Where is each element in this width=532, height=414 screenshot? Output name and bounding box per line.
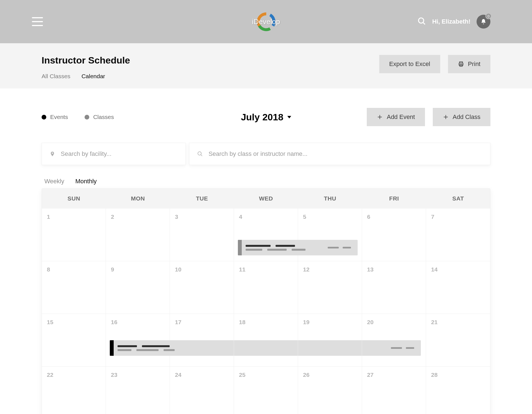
calendar-cell[interactable]: 11 <box>234 261 298 314</box>
legend-events: Events <box>42 114 68 120</box>
chevron-down-icon <box>287 116 291 118</box>
add-class-button[interactable]: Add Class <box>433 108 490 126</box>
calendar-cell[interactable]: 4 <box>234 209 298 261</box>
calendar-cell[interactable]: 17 <box>170 314 234 367</box>
calendar-cell[interactable]: 24 <box>170 367 234 414</box>
calendar-cell[interactable]: 9 <box>106 261 170 314</box>
calendar-cell[interactable]: 25 <box>234 367 298 414</box>
calendar-cell[interactable]: 6 <box>362 209 426 261</box>
weekday-label: SAT <box>426 189 490 209</box>
brand-logo[interactable]: iDevelop <box>256 11 276 32</box>
calendar-cell[interactable]: 28 <box>426 367 490 414</box>
weekday-label: MON <box>106 189 170 209</box>
dot-icon <box>42 115 46 120</box>
notification-badge: 0 <box>485 13 492 19</box>
weekday-label: THU <box>298 189 362 209</box>
dot-icon <box>85 115 89 120</box>
month-selector[interactable]: July 2018 <box>241 112 291 123</box>
name-search-input[interactable] <box>208 150 482 158</box>
calendar-cell[interactable]: 12 <box>298 261 362 314</box>
view-tab-weekly[interactable]: Weekly <box>44 178 64 185</box>
svg-line-4 <box>423 22 425 24</box>
search-icon <box>197 151 203 157</box>
notification-bell[interactable]: 0 <box>477 15 490 29</box>
calendar-cell[interactable]: 22 <box>42 367 106 414</box>
weekday-label: SUN <box>42 189 106 209</box>
calendar-cell[interactable]: 5 <box>298 209 362 261</box>
calendar-cell[interactable]: 14 <box>426 261 490 314</box>
view-tab-monthly[interactable]: Monthly <box>75 178 97 185</box>
legend: Events Classes <box>42 114 114 120</box>
calendar-cell[interactable]: 26 <box>298 367 362 414</box>
calendar-cell[interactable]: 7 <box>426 209 490 261</box>
calendar-header-row: SUN MON TUE WED THU FRI SAT <box>42 189 490 209</box>
greeting-text: Hi, Elizabeth! <box>432 18 470 25</box>
facility-search-input[interactable] <box>61 150 178 158</box>
location-pin-icon <box>50 151 55 157</box>
weekday-label: TUE <box>170 189 234 209</box>
calendar-cell[interactable]: 10 <box>170 261 234 314</box>
app-header: iDevelop Hi, Elizabeth! 0 <box>0 0 532 43</box>
calendar-cell[interactable]: 23 <box>106 367 170 414</box>
page-subheader: Instructor Schedule All Classes Calendar… <box>0 43 532 88</box>
subtab-calendar[interactable]: Calendar <box>82 73 105 80</box>
print-button[interactable]: Print <box>448 55 490 73</box>
main-content: Events Classes July 2018 Add Event Add C… <box>0 88 532 414</box>
add-event-button[interactable]: Add Event <box>367 108 425 126</box>
calendar-cell[interactable]: 1 <box>42 209 106 261</box>
subtab-all-classes[interactable]: All Classes <box>42 73 70 80</box>
calendar-cell[interactable]: 8 <box>42 261 106 314</box>
legend-classes: Classes <box>85 114 114 120</box>
calendar-cell[interactable]: 2 <box>106 209 170 261</box>
calendar-cell[interactable]: 18 <box>234 314 298 367</box>
calendar-cell[interactable]: 16 <box>106 314 170 367</box>
svg-point-3 <box>419 18 424 23</box>
weekday-label: WED <box>234 189 298 209</box>
name-search[interactable] <box>189 143 490 165</box>
calendar-cell[interactable]: 15 <box>42 314 106 367</box>
calendar-cell[interactable]: 21 <box>426 314 490 367</box>
calendar-cell[interactable]: 27 <box>362 367 426 414</box>
calendar-cell[interactable]: 13 <box>362 261 426 314</box>
calendar-grid: SUN MON TUE WED THU FRI SAT 123456789101… <box>42 188 490 414</box>
export-button[interactable]: Export to Excel <box>379 55 440 73</box>
brand-name: iDevelop <box>252 17 280 26</box>
calendar-cell[interactable]: 20 <box>362 314 426 367</box>
hamburger-menu-icon[interactable] <box>32 17 43 26</box>
weekday-label: FRI <box>362 189 426 209</box>
calendar-cell[interactable]: 19 <box>298 314 362 367</box>
calendar-cell[interactable]: 3 <box>170 209 234 261</box>
facility-search[interactable] <box>42 143 186 165</box>
search-icon[interactable] <box>417 17 426 27</box>
page-title: Instructor Schedule <box>42 55 130 66</box>
